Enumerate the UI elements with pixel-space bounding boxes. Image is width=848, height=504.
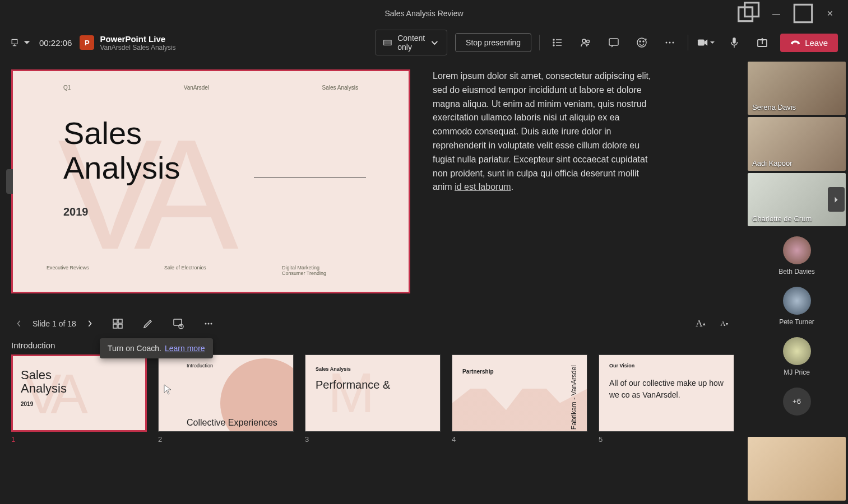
camera-button[interactable] [696, 32, 716, 53]
presenter-icon [10, 38, 19, 47]
slide-thumbnails: VA Sales Analysis 2019 1 Introduction Co… [11, 354, 734, 444]
svg-point-29 [210, 323, 212, 325]
meeting-timer: 00:22:06 [39, 38, 72, 48]
svg-point-13 [640, 41, 641, 42]
coach-button[interactable] [168, 314, 188, 334]
svg-rect-5 [385, 41, 391, 44]
divider [688, 35, 688, 50]
slide-brand: VanArsdel [184, 85, 209, 91]
font-increase-button[interactable]: A▴ [691, 314, 711, 334]
list-icon[interactable] [548, 32, 568, 53]
svg-rect-11 [609, 39, 618, 45]
slide-title: SalesAnalysis [63, 116, 180, 185]
font-decrease-button[interactable]: A▾ [714, 314, 734, 334]
slide-controls: Slide 1 of 18 A▴ A▾ [11, 306, 734, 336]
next-participants-button[interactable] [828, 187, 845, 212]
participant-avatar[interactable]: MJ Price [775, 337, 819, 376]
thumbnail-1[interactable]: VA Sales Analysis 2019 [11, 354, 147, 432]
toolbar: 00:22:06 P PowerPoint Live VanArsdel Sal… [0, 27, 848, 58]
powerpoint-icon: P [80, 35, 94, 50]
more-participants-button[interactable]: +6 [775, 388, 819, 427]
svg-point-6 [553, 39, 554, 40]
divider [539, 35, 540, 50]
share-button[interactable] [752, 32, 772, 53]
coach-tooltip: Turn on Coach. Learn more [100, 338, 213, 358]
participant-avatar[interactable]: Beth Davies [775, 236, 819, 276]
layout-icon [383, 40, 392, 45]
participant-video[interactable]: Serena Davis [748, 62, 846, 115]
window-title: Sales Analysis Review [384, 9, 463, 18]
grid-view-button[interactable] [108, 314, 128, 334]
mic-button[interactable] [724, 32, 744, 53]
stop-presenting-button[interactable]: Stop presenting [455, 33, 531, 52]
thumbnail-number: 1 [11, 435, 147, 444]
slide-footer: Executive Reviews Sale of Electronics Di… [13, 265, 409, 276]
svg-point-8 [553, 45, 554, 46]
pop-out-icon[interactable] [737, 3, 762, 24]
participant-avatar[interactable]: Pete Turner [775, 287, 819, 326]
svg-rect-21 [113, 319, 117, 323]
coach-learn-more-link[interactable]: Learn more [165, 344, 205, 353]
chevron-down-icon [710, 40, 715, 45]
svg-point-15 [666, 42, 668, 44]
chevron-down-icon [430, 39, 439, 47]
current-slide[interactable]: VA Q1 VanArsdel Sales Analysis SalesAnal… [11, 69, 410, 293]
svg-point-9 [582, 39, 586, 43]
app-name: PowerPoint Live [100, 34, 175, 44]
chat-icon[interactable] [604, 32, 624, 53]
more-controls-button[interactable] [198, 314, 219, 334]
mouse-cursor [164, 384, 173, 395]
svg-rect-19 [733, 38, 735, 44]
app-badge: P PowerPoint Live VanArsdel Sales Analys… [80, 34, 175, 52]
slide-divider [254, 178, 366, 178]
participants-panel: Serena Davis Aadi Kapoor Charlotte de Cr… [745, 58, 848, 504]
reactions-icon[interactable] [632, 32, 652, 53]
svg-rect-18 [698, 40, 705, 46]
maximize-icon[interactable] [791, 3, 815, 24]
doc-name: VanArsdel Sales Analysis [100, 44, 175, 52]
content-mode-dropdown[interactable]: Content only [375, 30, 447, 55]
close-icon[interactable]: ✕ [818, 3, 842, 24]
thumbnail-number: 5 [599, 435, 734, 444]
svg-point-7 [553, 42, 554, 43]
titlebar: Sales Analysis Review — ✕ [0, 0, 848, 27]
thumbnail-number: 3 [305, 435, 441, 444]
slide-year: 2019 [63, 206, 89, 218]
svg-rect-24 [118, 324, 122, 328]
svg-point-14 [643, 41, 644, 42]
svg-point-17 [673, 42, 674, 44]
slide-quarter: Q1 [63, 85, 71, 91]
svg-rect-23 [113, 324, 117, 328]
svg-point-28 [207, 323, 209, 325]
svg-point-16 [669, 42, 671, 44]
pager-label: Slide 1 of 18 [33, 319, 76, 328]
more-icon[interactable] [660, 32, 680, 53]
slide-topic: Sales Analysis [322, 85, 358, 91]
pager-next-button[interactable] [82, 316, 98, 332]
svg-rect-3 [12, 39, 17, 44]
pager-prev-button[interactable] [11, 316, 27, 332]
hangup-icon [790, 39, 800, 46]
pen-button[interactable] [138, 314, 158, 334]
chevron-down-icon [22, 38, 31, 47]
presenter-dropdown[interactable] [10, 38, 31, 47]
leave-button[interactable]: Leave [780, 34, 838, 52]
thumbnail-2[interactable]: Introduction Collective Experiences [158, 354, 294, 432]
svg-point-27 [205, 323, 206, 325]
participant-video[interactable]: Charlotte de Crum [748, 173, 846, 226]
speaker-notes: Lorem ipsum dolor sit amet, consectetur … [433, 69, 651, 299]
thumbnail-5[interactable]: Our Vision All of our collective make up… [599, 354, 734, 432]
thumbnail-4[interactable]: Partnership Fabrikam - VanArsdel [452, 354, 587, 432]
svg-point-10 [587, 40, 590, 43]
notes-link[interactable]: id est laborum [455, 182, 511, 192]
participant-video[interactable]: Aadi Kapoor [748, 117, 846, 170]
people-icon[interactable] [576, 32, 596, 53]
self-video[interactable] [748, 437, 846, 501]
thumbnail-number: 4 [452, 435, 587, 444]
thumbnail-number: 2 [158, 435, 294, 444]
svg-rect-2 [794, 4, 812, 22]
thumbnail-3[interactable]: M Sales Analysis Performance & [305, 354, 441, 432]
svg-rect-22 [118, 319, 122, 323]
leave-label: Leave [805, 38, 828, 48]
minimize-icon[interactable]: — [764, 3, 789, 24]
